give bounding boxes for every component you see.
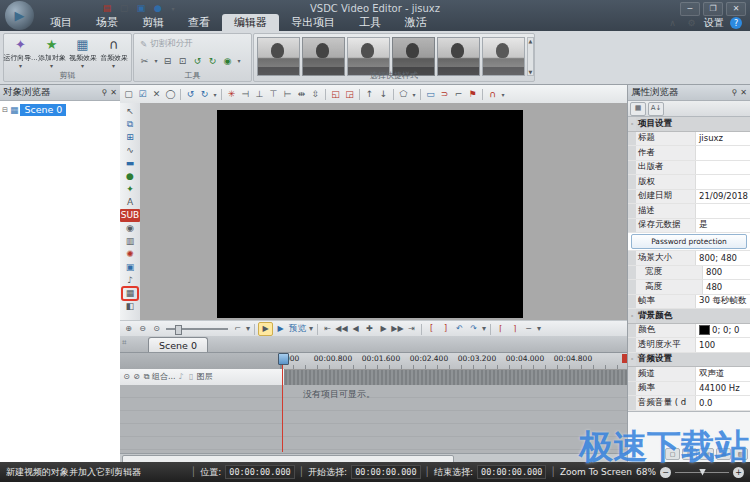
paste-icon[interactable]: ▢ (122, 88, 135, 102)
combine-button[interactable]: 组合... (152, 371, 176, 383)
go-end-icon[interactable]: ⇥ (405, 323, 418, 335)
timeline-zoom-slider[interactable] (166, 324, 228, 334)
menu-tab-6[interactable]: 工具 (347, 14, 393, 31)
help-icon[interactable]: ? (730, 17, 742, 29)
time-ruler[interactable]: 00000:00.80000:01.60000:02.40000:03.2000… (281, 353, 628, 369)
apply-changes-icon[interactable]: ☑ (136, 88, 149, 102)
add-ellipse-icon[interactable]: ● (122, 170, 138, 183)
property-value[interactable] (696, 161, 750, 175)
split-icon[interactable]: ⊟ (161, 54, 174, 68)
property-value[interactable]: 800 (703, 266, 750, 280)
track-effect-icon[interactable]: ▯ (187, 371, 196, 383)
color-swatch[interactable] (699, 325, 710, 335)
selection-dropdown-icon[interactable]: ▾ (536, 323, 542, 335)
property-value[interactable]: 800; 480 (696, 251, 750, 265)
add-free-shape-icon[interactable]: ✦ (122, 183, 138, 196)
duplicate-object-icon[interactable]: ⊞ (122, 131, 138, 144)
property-value[interactable] (696, 175, 750, 189)
add-animation-icon[interactable]: ✺ (122, 248, 138, 261)
menu-tab-1[interactable]: 场景 (84, 14, 130, 31)
selection-start-icon[interactable]: ⌈ (494, 323, 507, 335)
layer-track-lane[interactable] (285, 369, 628, 385)
pin-icon[interactable]: ⚲ (101, 88, 107, 97)
pane-layout-icon-5[interactable]: ▧ (733, 448, 748, 460)
redo-dropdown-icon[interactable]: ▾ (212, 88, 218, 102)
zoom-selection-icon[interactable]: ⊙ (150, 323, 163, 335)
add-subtitles-icon[interactable]: SUB (120, 209, 140, 222)
curve-edit-icon[interactable]: ⊃ (438, 88, 451, 102)
video-canvas[interactable] (217, 110, 523, 318)
prev-scene-icon[interactable]: ◀◀ (335, 323, 348, 335)
add-video-icon[interactable]: ▣ (122, 261, 138, 274)
timeline-undo-icon[interactable]: ↶ (453, 323, 466, 335)
fill-screen-icon[interactable]: ◲ (343, 88, 356, 102)
add-line-icon[interactable]: ∿ (122, 144, 138, 157)
timeline-tracks[interactable]: 没有项目可显示。 (120, 385, 628, 453)
property-row[interactable]: 宽度800 (628, 266, 750, 281)
zoom-dropdown-icon[interactable]: ▾ (245, 323, 251, 335)
collapse-ribbon-icon[interactable]: ∧ (666, 16, 679, 30)
property-value[interactable]: 480 (703, 280, 750, 294)
scene-item-label[interactable]: Scene 0 (20, 104, 66, 116)
gear-icon[interactable]: ⚙ (685, 16, 698, 30)
timeline-zoom-in-icon[interactable]: ⊕ (122, 323, 135, 335)
property-value[interactable]: 是 (696, 219, 750, 233)
pane-layout-icon-4[interactable]: ▦ (716, 448, 731, 460)
layer-label[interactable]: 图层 (197, 371, 213, 383)
select-cursor-icon[interactable]: ↖ (122, 105, 138, 118)
crop-icon[interactable]: ⊡ (176, 54, 189, 68)
menu-tab-3[interactable]: 查看 (176, 14, 222, 31)
add-rectangle-icon[interactable]: ▬ (122, 157, 138, 170)
align-right-icon[interactable]: ⊢ (281, 88, 294, 102)
menu-tab-7[interactable]: 激活 (393, 14, 439, 31)
track-lock-icon[interactable]: ⊘ (132, 371, 141, 383)
cut-icon[interactable]: ✂ (138, 54, 151, 68)
property-row[interactable]: 保存元数据是 (628, 219, 750, 234)
property-row[interactable]: 颜色0; 0; 0 (628, 324, 750, 339)
cut-split-button[interactable]: ✎ 切割和分开 (134, 34, 251, 50)
shape-dropdown-icon[interactable]: ▾ (411, 88, 417, 102)
align-bottom-icon[interactable]: ⊥ (253, 88, 266, 102)
menu-tab-2[interactable]: 剪辑 (130, 14, 176, 31)
property-value[interactable] (696, 146, 750, 160)
add-audio-icon[interactable]: ♪ (122, 274, 138, 287)
cut-dropdown-icon[interactable]: ▾ (153, 54, 159, 68)
collapse-icon[interactable]: ◦ (628, 309, 636, 323)
audio-effects-button[interactable]: ∩ 音频效果 ▾ (98, 36, 129, 68)
mark-out-icon[interactable]: ] (439, 323, 452, 335)
add-chart-icon[interactable]: ▥ (122, 235, 138, 248)
mark-in-icon[interactable]: [ (425, 323, 438, 335)
close-icon[interactable]: ✕ (110, 88, 117, 97)
next-frame-icon[interactable]: ▶ (377, 323, 390, 335)
go-start-icon[interactable]: ⇤ (321, 323, 334, 335)
close-icon[interactable]: ✕ (740, 88, 747, 97)
property-value[interactable]: jisuxz (696, 132, 750, 146)
property-row[interactable]: 帧率30 每秒帧数 (628, 295, 750, 310)
timeline-zoom-out-icon[interactable]: ⊖ (136, 323, 149, 335)
property-row[interactable]: 描述 (628, 204, 750, 219)
effects-icon[interactable]: ✳ (225, 88, 238, 102)
menu-tab-5[interactable]: 导出项目 (279, 14, 347, 31)
rotate-cw-icon[interactable]: ↻ (206, 54, 219, 68)
property-row[interactable]: 出版者 (628, 161, 750, 176)
rotate-ccw-icon[interactable]: ↺ (191, 54, 204, 68)
property-row[interactable]: 频率44100 Hz (628, 382, 750, 397)
zoom-fit-icon[interactable]: ⌐ (231, 323, 244, 335)
collapse-icon[interactable]: ◦ (628, 353, 636, 367)
pane-layout-icon-1[interactable]: ▢ (665, 448, 680, 460)
property-group-row[interactable]: ◦音频设置 (628, 353, 750, 368)
property-row[interactable]: 作者 (628, 146, 750, 161)
cursor-follow-icon[interactable]: ▶ (258, 322, 273, 336)
sort-alphabetical-icon[interactable]: A↓ (648, 102, 664, 116)
property-value[interactable] (696, 204, 750, 218)
minimize-button[interactable]: ─ (680, 2, 700, 16)
pane-layout-icon-3[interactable]: ▤ (699, 448, 714, 460)
close-button[interactable]: ✕ (726, 2, 746, 16)
chevron-down-icon[interactable]: ▾ (50, 63, 53, 68)
align-left-icon[interactable]: ⊣ (239, 88, 252, 102)
scroll-up-icon[interactable]: ▲ (529, 38, 533, 44)
track-group-icon[interactable]: ⧉ (142, 371, 151, 383)
move-cursor-icon[interactable]: ✚ (363, 323, 376, 335)
property-row[interactable]: 场景大小800; 480 (628, 251, 750, 266)
zoom-out-button[interactable]: − (660, 467, 671, 478)
